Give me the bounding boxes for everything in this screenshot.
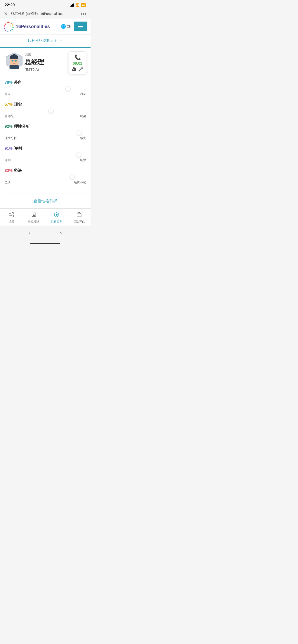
trait-ends-judging: 评判 展望 bbox=[5, 158, 86, 162]
svg-point-12 bbox=[7, 24, 11, 28]
nav-label-test: 性格测试 bbox=[28, 220, 40, 224]
view-analysis-link[interactable]: 查看性格剖析 bbox=[34, 199, 57, 203]
forward-button[interactable]: › bbox=[56, 228, 66, 238]
trait-pct-rational: 92% bbox=[5, 124, 13, 129]
hamburger-icon bbox=[78, 25, 83, 28]
trait-row-assertive: 83% 坚决 坚决 起伏不定 bbox=[5, 168, 86, 184]
trait-bar-realistic bbox=[5, 109, 86, 113]
trait-label-assertive: 坚决 bbox=[14, 168, 22, 173]
nav-item-types[interactable]: 性格类型 bbox=[45, 210, 68, 225]
svg-point-10 bbox=[5, 24, 6, 25]
nav-link-text: 16种性格剖析大全 bbox=[27, 38, 58, 43]
trait-thumb-assertive bbox=[70, 174, 75, 179]
svg-point-0 bbox=[8, 22, 10, 23]
trait-label-rational: 理性分析 bbox=[14, 124, 30, 129]
menu-button[interactable] bbox=[74, 22, 87, 31]
trait-label-realistic: 现实 bbox=[14, 102, 22, 107]
svg-point-11 bbox=[7, 22, 8, 24]
trait-bar-judging bbox=[5, 153, 86, 157]
logo-name: 16Personalities bbox=[16, 24, 50, 29]
video-icon[interactable]: 🎥 bbox=[72, 67, 77, 72]
trait-row-rational: 92% 理性分析 理性分析 感受 bbox=[5, 124, 86, 140]
trait-label-judging: 评判 bbox=[14, 146, 22, 151]
trait-right-assertive: 起伏不定 bbox=[74, 180, 86, 184]
svg-point-9 bbox=[4, 26, 5, 27]
svg-rect-19 bbox=[10, 65, 19, 69]
result-section: 结果 总经理 (ESTJ-A) 📞 09:01 🎥 🎤 78% 外向 外 bbox=[0, 47, 91, 208]
svg-point-5 bbox=[10, 30, 11, 32]
close-button[interactable]: ✕ bbox=[4, 11, 8, 17]
svg-line-23 bbox=[11, 214, 12, 214]
trait-thumb-judging bbox=[76, 152, 81, 157]
svg-rect-17 bbox=[15, 60, 17, 62]
home-bar bbox=[30, 243, 60, 244]
svg-point-28 bbox=[56, 214, 58, 216]
svg-point-7 bbox=[5, 30, 7, 31]
svg-point-4 bbox=[12, 29, 13, 30]
trait-right-judging: 展望 bbox=[80, 158, 86, 162]
trait-row-judging: 91% 评判 评判 展望 bbox=[5, 146, 86, 162]
trait-pct-judging: 91% bbox=[5, 146, 13, 151]
trait-bar-assertive bbox=[5, 175, 86, 179]
status-time: 22:20 bbox=[5, 3, 15, 8]
wifi-icon: 📶 bbox=[75, 3, 79, 7]
nav-link-bar: 16种性格剖析大全 → bbox=[0, 34, 91, 47]
trait-left-assertive: 坚决 bbox=[5, 180, 11, 184]
nav-item-test[interactable]: 性格测试 bbox=[23, 210, 46, 225]
signal-icon bbox=[70, 4, 74, 7]
nav-item-team[interactable]: 团队评估 bbox=[68, 210, 91, 225]
trait-header-assertive: 83% 坚决 bbox=[5, 168, 86, 173]
browser-title: ESTJ性格 (总经理) | 16Personalities bbox=[11, 12, 78, 16]
trait-label-extroversion: 外向 bbox=[14, 80, 22, 85]
browser-bar: ✕ ESTJ性格 (总经理) | 16Personalities ••• bbox=[0, 9, 91, 18]
trait-pct-realistic: 57% bbox=[5, 102, 13, 107]
nav-icon-test bbox=[31, 212, 37, 219]
nav-icon-types bbox=[53, 212, 60, 219]
nav-icon-results bbox=[8, 212, 15, 219]
trait-header-judging: 91% 评判 bbox=[5, 146, 86, 151]
trait-thumb-rational bbox=[77, 130, 82, 135]
lang-label: CH bbox=[67, 24, 72, 28]
trait-bar-rational bbox=[5, 131, 86, 135]
svg-marker-26 bbox=[33, 214, 35, 216]
trait-pct-extroversion: 78% bbox=[5, 80, 13, 85]
bottom-nav: 结果 性格测试 性格类型 团队评估 bbox=[0, 208, 91, 226]
call-actions: 🎥 🎤 bbox=[72, 67, 83, 72]
nav-label-results: 结果 bbox=[9, 220, 14, 224]
more-button[interactable]: ••• bbox=[81, 11, 87, 17]
home-indicator bbox=[0, 241, 91, 246]
svg-point-2 bbox=[12, 24, 13, 26]
trait-ends-assertive: 坚决 起伏不定 bbox=[5, 180, 86, 184]
trait-right-rational: 感受 bbox=[80, 136, 86, 140]
svg-point-1 bbox=[11, 23, 12, 24]
browser-nav: ‹ › bbox=[0, 226, 91, 241]
trait-right-realistic: 现实 bbox=[80, 114, 86, 118]
mic-icon[interactable]: 🎤 bbox=[79, 67, 83, 72]
phone-icon: 📞 bbox=[72, 54, 83, 60]
trait-left-rational: 理性分析 bbox=[5, 136, 17, 140]
language-button[interactable]: 🌐 CH bbox=[58, 22, 74, 31]
back-button[interactable]: ‹ bbox=[24, 228, 35, 238]
svg-point-20 bbox=[9, 214, 11, 216]
globe-icon: 🌐 bbox=[61, 24, 66, 29]
logo-area[interactable]: 16Personalities bbox=[4, 21, 50, 32]
trait-header-extroversion: 78% 外向 bbox=[5, 80, 86, 85]
personalities-link[interactable]: 16种性格剖析大全 → bbox=[27, 38, 63, 43]
battery-badge: 74 bbox=[81, 3, 86, 7]
trait-ends-extroversion: 外向 内向 bbox=[5, 92, 86, 96]
trait-row-realistic: 57% 现实 有远见 现实 bbox=[5, 102, 86, 118]
nav-item-results[interactable]: 结果 bbox=[0, 210, 23, 225]
arrow-icon: → bbox=[59, 38, 63, 43]
nav-icon-team bbox=[76, 212, 82, 219]
call-widget: 📞 09:01 🎥 🎤 bbox=[68, 52, 87, 74]
character-avatar bbox=[4, 52, 25, 72]
trait-header-rational: 92% 理性分析 bbox=[5, 124, 86, 129]
logo-icon bbox=[4, 21, 14, 32]
trait-left-extroversion: 外向 bbox=[5, 92, 11, 96]
call-time: 09:01 bbox=[72, 62, 83, 66]
status-icons: 📶 74 bbox=[70, 3, 86, 7]
svg-point-21 bbox=[12, 212, 14, 214]
trait-thumb-extroversion bbox=[66, 86, 70, 91]
site-header: 16Personalities 🌐 CH bbox=[0, 18, 91, 34]
svg-rect-16 bbox=[12, 60, 14, 62]
